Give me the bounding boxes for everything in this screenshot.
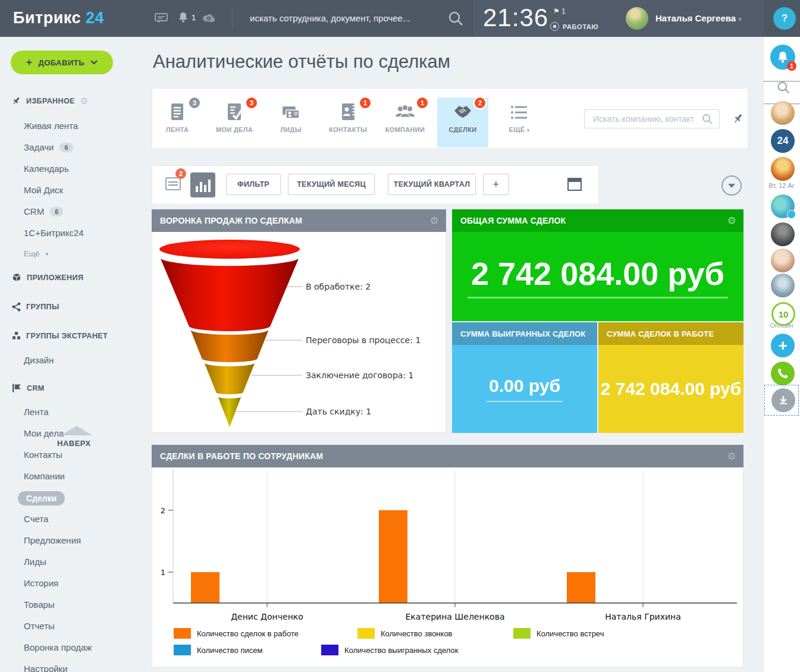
sidebar-item-crm[interactable]: CRM6 xyxy=(24,206,63,216)
cloud-icon[interactable] xyxy=(202,13,215,25)
board-view-icon[interactable] xyxy=(567,178,582,193)
sidebar-item-my-disk[interactable]: Мой Диск xyxy=(24,185,63,195)
rail-day-badge[interactable]: 24 xyxy=(771,129,795,153)
sidebar-item-feed[interactable]: Лента xyxy=(24,407,49,417)
tab-feed[interactable]: ЛЕНТА 3 xyxy=(150,101,204,133)
flag-icon xyxy=(12,384,21,392)
add-button-label: ДОБАВИТЬ xyxy=(38,58,84,67)
view-chart-toggle-selected[interactable] xyxy=(190,172,215,197)
tab-feed-badge: 3 xyxy=(188,96,201,109)
crm-search-input[interactable] xyxy=(592,112,695,125)
rail-download-button[interactable] xyxy=(771,388,795,412)
sidebar-item-invoices[interactable]: Счета xyxy=(24,514,48,524)
funnel-stage-1-label: В обработке: 2 xyxy=(306,282,371,291)
share-icon xyxy=(12,302,21,312)
messenger-icon[interactable] xyxy=(155,13,168,26)
rail-notifications-button[interactable]: 1 xyxy=(770,45,795,70)
sidebar-item-calendar[interactable]: Календарь xyxy=(24,164,69,174)
bar-Екатерина Шеленкова[interactable] xyxy=(379,510,407,603)
work-clock[interactable]: 21:36 xyxy=(483,4,548,32)
tab-more[interactable]: ЕЩЁ ▾ xyxy=(492,105,546,133)
sidebar-item-1c-bitrix24[interactable]: 1С+Битрикс24 xyxy=(24,228,84,238)
won-sum-widget-body: 0.00 руб xyxy=(452,345,597,433)
crm-search-icon[interactable] xyxy=(701,113,713,127)
rail-avatar[interactable] xyxy=(771,101,795,125)
pin-icon xyxy=(12,96,21,105)
sidebar-item-reports[interactable]: Отчеты xyxy=(24,621,55,631)
tab-contacts[interactable]: КОНТАКТЫ 1 xyxy=(321,101,375,133)
total-sum-widget-header: ОБЩАЯ СУММА СДЕЛОК ⚙ xyxy=(452,209,743,232)
view-list-badge: 2 xyxy=(175,168,186,179)
favorites-section-header[interactable]: ИЗБРАННОЕ ⚙ xyxy=(12,96,89,105)
sidebar-item-deals-selected[interactable]: Сделки xyxy=(18,491,65,505)
sidebar-item-contacts[interactable]: Контакты xyxy=(24,450,62,460)
sidebar-item-sales-funnel[interactable]: Воронка продаж xyxy=(24,642,92,652)
sidebar-item-companies[interactable]: Компании xyxy=(24,471,65,481)
rail-avatar[interactable] xyxy=(771,222,795,246)
view-list-icon[interactable] xyxy=(165,177,181,193)
gear-icon[interactable]: ⚙ xyxy=(727,451,736,461)
gear-icon[interactable]: ⚙ xyxy=(430,216,439,226)
sidebar-item-leads[interactable]: Лиды xyxy=(24,557,46,567)
filter-button[interactable]: ФИЛЬТР xyxy=(226,174,281,195)
back-to-top-arrow[interactable] xyxy=(61,426,92,435)
flag-counter[interactable]: ⚑ 1 xyxy=(553,7,566,15)
app-logo[interactable]: Битрикс 24 xyxy=(13,9,104,27)
won-sum-value[interactable]: 0.00 руб xyxy=(487,376,563,402)
sidebar-item-products[interactable]: Товары xyxy=(24,599,55,610)
sidebar-item-more[interactable]: Ещё▾ xyxy=(24,249,48,258)
gear-icon[interactable]: ⚙ xyxy=(80,96,89,105)
user-name-label: Наталья Сергеева xyxy=(655,13,736,23)
current-quarter-button[interactable]: ТЕКУЩИЙ КВАРТАЛ xyxy=(388,174,476,195)
back-to-top-label[interactable]: НАВЕРХ xyxy=(57,439,91,448)
global-search-input[interactable]: искать сотрудника, документ, прочее... xyxy=(250,13,410,23)
rail-add-button[interactable]: + xyxy=(771,334,795,357)
rail-avatar[interactable] xyxy=(771,274,795,297)
work-status[interactable]: РАБОТАЮ xyxy=(550,22,598,31)
crm-section-header[interactable]: CRM xyxy=(12,384,45,392)
user-avatar[interactable] xyxy=(626,7,648,30)
notifications-bell-icon[interactable] xyxy=(178,12,188,25)
groups-section-header[interactable]: ГРУППЫ xyxy=(12,302,59,312)
tab-contacts-badge: 1 xyxy=(359,96,372,109)
tab-leads[interactable]: @ ЛИДЫ xyxy=(264,101,318,133)
sidebar-item-settings[interactable]: Настройки xyxy=(24,664,68,672)
bar-Денис Донченко[interactable] xyxy=(191,572,219,603)
flag-count: 1 xyxy=(561,7,566,15)
add-button[interactable]: + ДОБАВИТЬ xyxy=(11,51,113,74)
sidebar-item-design[interactable]: Дизайн xyxy=(24,355,54,365)
in-work-sum-value[interactable]: 2 742 084.00 руб xyxy=(601,379,742,399)
current-month-button[interactable]: ТЕКУЩИЙ МЕСЯЦ xyxy=(288,174,375,195)
tab-my-activities[interactable]: МОИ ДЕЛА 3 xyxy=(208,101,261,133)
rail-phone-button[interactable] xyxy=(771,362,795,385)
deals-by-employee-title: СДЕЛКИ В РАБОТЕ ПО СОТРУДНИКАМ xyxy=(160,451,323,461)
legend-swatch xyxy=(174,645,191,655)
global-search-icon[interactable] xyxy=(447,10,464,29)
gear-icon[interactable]: ⚙ xyxy=(727,216,736,226)
user-name[interactable]: Наталья Сергеева ▾ xyxy=(655,13,742,23)
extranet-section-header[interactable]: ГРУППЫ ЭКСТРАНЕТ xyxy=(12,331,108,340)
help-button[interactable]: ? xyxy=(773,7,796,30)
total-sum-value[interactable]: 2 742 084.00 руб xyxy=(468,255,728,299)
add-period-button[interactable]: + xyxy=(483,174,509,195)
legend-calls: Количество звонков xyxy=(357,628,453,639)
sidebar-item-history[interactable]: История xyxy=(24,578,58,588)
sidebar-item-quotes[interactable]: Предложения xyxy=(24,535,81,545)
crm-label: CRM xyxy=(27,384,45,392)
rail-search-icon[interactable] xyxy=(776,80,790,97)
rail-avatar[interactable] xyxy=(771,157,795,181)
tab-companies[interactable]: КОМПАНИИ 1 xyxy=(378,101,432,133)
rail-avatar[interactable] xyxy=(771,194,795,218)
bar-Наталья Грихина[interactable] xyxy=(567,572,595,603)
collapse-report-button[interactable] xyxy=(721,175,742,196)
address-book-icon xyxy=(338,101,358,124)
pin-icon[interactable] xyxy=(732,112,744,127)
sidebar-item-live-feed[interactable]: Живая лента xyxy=(24,121,78,131)
tab-deals[interactable]: СДЕЛКИ 2 xyxy=(436,101,490,133)
rail-avatar[interactable] xyxy=(771,249,795,272)
sidebar-item-my-activities[interactable]: Мои дела xyxy=(24,428,64,438)
funnel-widget-body: В обработке: 2 Переговоры в процессе: 1 … xyxy=(152,232,446,433)
apps-section-header[interactable]: ПРИЛОЖЕНИЯ xyxy=(12,273,83,282)
sidebar-item-tasks[interactable]: Задачи6 xyxy=(24,142,73,152)
notifications-count[interactable]: 1 xyxy=(192,13,196,22)
